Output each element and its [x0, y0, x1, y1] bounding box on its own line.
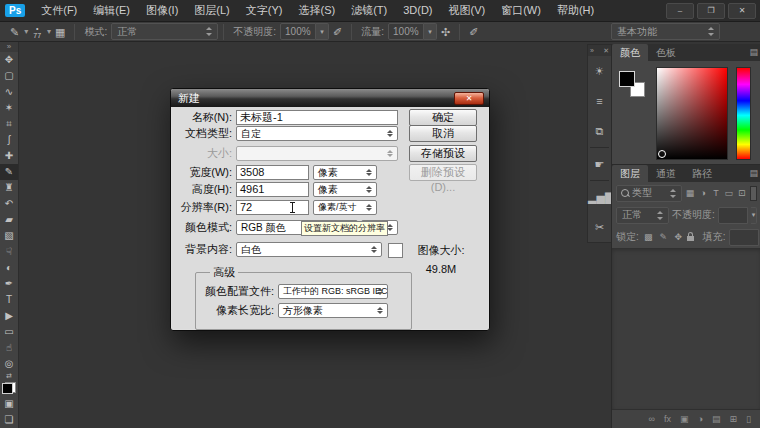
delete-layer-icon[interactable]: ▯	[746, 410, 751, 428]
layer-opacity-value[interactable]	[718, 207, 748, 224]
opacity-value[interactable]: 100%	[280, 23, 316, 40]
tab-paths[interactable]: 路径	[684, 165, 720, 182]
pressure-opacity-icon[interactable]: ✐	[333, 23, 342, 41]
dialog-close-button[interactable]: ✕	[454, 92, 484, 105]
menu-type[interactable]: 文字(Y)	[238, 0, 291, 21]
menu-view[interactable]: 视图(V)	[441, 0, 494, 21]
properties-panel-icon[interactable]: ≡	[588, 86, 611, 116]
history-brush-tool[interactable]: ↶	[0, 196, 18, 212]
layer-opacity-arrow[interactable]: ▾	[751, 207, 757, 224]
path-selection-tool[interactable]: ▶	[0, 308, 18, 324]
filter-shape-layers-icon[interactable]: ▭	[724, 188, 734, 198]
new-layer-icon[interactable]: ⊞	[730, 410, 738, 428]
height-input[interactable]: 4961	[236, 182, 309, 197]
screen-mode-button[interactable]: ❏	[0, 412, 18, 428]
menu-file[interactable]: 文件(F)	[33, 0, 85, 21]
opacity-dropdown-arrow[interactable]: ▾	[316, 23, 329, 40]
layer-fill-value[interactable]	[729, 229, 759, 246]
tab-swatches[interactable]: 色板	[648, 44, 684, 61]
resolution-unit-select[interactable]: 像素/英寸	[313, 200, 377, 215]
eraser-tool[interactable]: ▰	[0, 212, 18, 228]
pixel-aspect-ratio-select[interactable]: 方形像素	[278, 303, 388, 318]
quick-mask-button[interactable]: ▣	[0, 396, 18, 412]
restore-button[interactable]: ❐	[697, 3, 725, 19]
tab-color[interactable]: 颜色	[612, 44, 648, 61]
brush-tool[interactable]: ✎	[0, 164, 18, 180]
menu-layer[interactable]: 图层(L)	[186, 0, 237, 21]
background-contents-select[interactable]: 白色	[236, 242, 382, 257]
eyedropper-tool[interactable]: ʃ	[0, 132, 18, 148]
lock-pixels-icon[interactable]: ✎	[657, 232, 670, 242]
magic-wand-tool[interactable]: ✶	[0, 100, 18, 116]
type-tool[interactable]: T	[0, 292, 18, 308]
rectangle-tool[interactable]: ▭	[0, 324, 18, 340]
toggle-brush-panel-icon[interactable]: ▦	[55, 23, 65, 41]
brush-size-picker[interactable]: • 77	[33, 25, 41, 39]
save-preset-button[interactable]: 存储预设(S)...	[409, 145, 477, 162]
airbrush-icon[interactable]: ✣	[441, 23, 450, 41]
flow-value[interactable]: 100%	[388, 23, 424, 40]
tab-channels[interactable]: 通道	[648, 165, 684, 182]
swap-colors-icon[interactable]: ⇄	[6, 372, 12, 380]
workspace-select[interactable]: 基本功能	[611, 23, 720, 40]
lock-all-icon[interactable]	[687, 236, 694, 241]
lasso-tool[interactable]: ∿	[0, 84, 18, 100]
toolbar-collapse-button[interactable]: »	[0, 42, 18, 52]
background-color-swatch[interactable]	[388, 243, 403, 258]
histogram-panel-icon[interactable]: ▂▅▇	[588, 182, 611, 212]
color-picker-marker[interactable]	[658, 150, 666, 158]
adjustment-layer-icon[interactable]: ◑	[698, 410, 703, 428]
crop-tool[interactable]: ⌗	[0, 116, 18, 132]
panel-menu-icon[interactable]: ▤	[749, 47, 758, 57]
spot-healing-brush-tool[interactable]: ✚	[0, 148, 18, 164]
foreground-color-swatch[interactable]	[619, 71, 635, 87]
minimize-button[interactable]: –	[666, 3, 694, 19]
name-input[interactable]: 未标题-1	[236, 110, 398, 125]
layer-blend-mode-select[interactable]: 正常	[616, 207, 669, 224]
layer-effects-icon[interactable]: fx	[664, 410, 671, 428]
dock-close-icon[interactable]: ✕	[603, 45, 609, 56]
menu-select[interactable]: 选择(S)	[290, 0, 343, 21]
dodge-tool[interactable]: ◐	[0, 260, 18, 276]
filter-type-layers-icon[interactable]: T	[711, 188, 721, 198]
cancel-button[interactable]: 取消	[409, 125, 477, 142]
gradient-tool[interactable]: ▧	[0, 228, 18, 244]
smudge-tool[interactable]: ☟	[0, 244, 18, 260]
adjustments-panel-icon[interactable]: ☀	[588, 56, 611, 86]
menu-3d[interactable]: 3D(D)	[395, 0, 440, 21]
layer-mask-icon[interactable]: ▣	[680, 410, 689, 428]
width-input[interactable]: 3508	[236, 165, 309, 180]
menu-window[interactable]: 窗口(W)	[493, 0, 549, 21]
filter-toggle[interactable]	[750, 186, 757, 201]
lock-position-icon[interactable]: ✥	[672, 232, 685, 242]
flow-dropdown-arrow[interactable]: ▾	[424, 23, 437, 40]
layer-group-icon[interactable]: ▤	[712, 410, 721, 428]
document-type-select[interactable]: 自定	[236, 126, 398, 141]
hue-slider[interactable]	[736, 67, 751, 160]
scissors-panel-icon[interactable]: ✂	[588, 212, 611, 242]
ok-button[interactable]: 确定	[409, 109, 477, 126]
filter-kind-select[interactable]: 类型	[616, 185, 682, 202]
saturation-brightness-field[interactable]	[656, 67, 728, 160]
panel-menu-icon[interactable]: ▤	[749, 168, 758, 178]
menu-help[interactable]: 帮助(H)	[549, 0, 602, 21]
tool-presets-panel-icon[interactable]: ☛	[588, 149, 611, 179]
filter-pixel-layers-icon[interactable]: ▦	[685, 188, 695, 198]
menu-image[interactable]: 图像(I)	[138, 0, 186, 21]
libraries-panel-icon[interactable]: ⧉	[588, 116, 611, 146]
foreground-color-swatch[interactable]	[2, 383, 13, 394]
move-tool[interactable]: ✥	[0, 52, 18, 68]
filter-adjustment-layers-icon[interactable]: ◑	[698, 188, 708, 198]
tab-layers[interactable]: 图层	[612, 165, 648, 182]
menu-filter[interactable]: 滤镜(T)	[343, 0, 395, 21]
brush-preset-icon[interactable]: ✎	[10, 23, 19, 41]
rectangular-marquee-tool[interactable]: ▢	[0, 68, 18, 84]
width-unit-select[interactable]: 像素	[313, 165, 377, 180]
menu-edit[interactable]: 编辑(E)	[85, 0, 138, 21]
pressure-size-icon[interactable]: ✐	[469, 23, 478, 41]
zoom-tool[interactable]: ◎	[0, 356, 18, 372]
resolution-input[interactable]: 72	[236, 200, 309, 215]
clone-stamp-tool[interactable]: ♜	[0, 180, 18, 196]
color-profile-select[interactable]: 工作中的 RGB: sRGB IEC619...	[278, 284, 388, 299]
height-unit-select[interactable]: 像素	[313, 182, 377, 197]
